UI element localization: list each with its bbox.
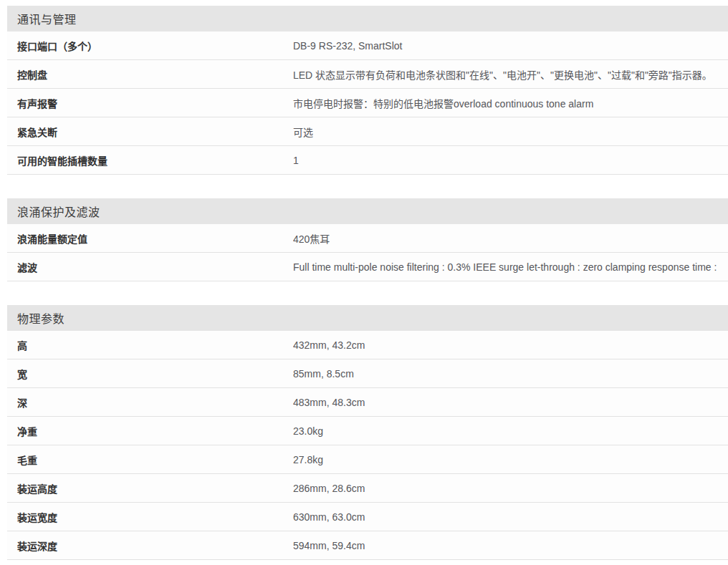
spec-table-row: 装运宽度 630mm, 63.0cm bbox=[7, 503, 728, 531]
spec-row-label: 毛重 bbox=[7, 453, 293, 467]
spec-row-value: 630mm, 63.0cm bbox=[293, 511, 728, 523]
spec-row-value: Full time multi-pole noise filtering : 0… bbox=[293, 261, 728, 273]
spec-row-value: 483mm, 48.3cm bbox=[293, 397, 728, 408]
spec-row-value: 420焦耳 bbox=[293, 231, 728, 246]
spec-row-label: 可用的智能插槽数量 bbox=[7, 153, 293, 168]
spec-table-row: 有声报警 市电停电时报警：特别的低电池报警overload continuous… bbox=[7, 89, 728, 117]
section-header: 浪涌保护及滤波 bbox=[7, 198, 728, 224]
spec-row-label: 装运宽度 bbox=[7, 510, 293, 524]
section-header: 通讯与管理 bbox=[7, 6, 728, 32]
spec-row-value: 85mm, 8.5cm bbox=[293, 368, 728, 380]
spec-row-label: 紧急关断 bbox=[7, 125, 293, 139]
spec-row-label: 装运深度 bbox=[7, 539, 293, 553]
spec-row-value: 27.8kg bbox=[293, 454, 728, 465]
spec-table-row: 控制盘 LED 状态显示带有负荷和电池条状图和"在线"、"电池开"、"更换电池"… bbox=[7, 60, 728, 89]
spec-table-row: 深 483mm, 48.3cm bbox=[7, 388, 728, 417]
spec-table-row: 紧急关断 可选 bbox=[7, 117, 728, 146]
spec-row-value: 286mm, 28.6cm bbox=[293, 483, 728, 494]
spec-row-value: 市电停电时报警：特别的低电池报警overload continuous tone… bbox=[293, 96, 728, 110]
spec-table-row: 滤波 Full time multi-pole noise filtering … bbox=[7, 253, 728, 281]
section-title: 通讯与管理 bbox=[17, 10, 77, 27]
section-rows: 高 432mm, 43.2cm 宽 85mm, 8.5cm 深 483mm, 4… bbox=[7, 331, 728, 560]
spec-row-label: 浪涌能量额定值 bbox=[7, 231, 293, 246]
spec-table-row: 浪涌能量额定值 420焦耳 bbox=[7, 224, 728, 253]
spec-table-row: 宽 85mm, 8.5cm bbox=[7, 359, 728, 388]
spec-table-row: 净重 23.0kg bbox=[7, 417, 728, 445]
spec-row-value: 可选 bbox=[293, 125, 728, 139]
spec-row-value: 432mm, 43.2cm bbox=[293, 339, 728, 351]
spec-table-row: 接口端口（多个） DB-9 RS-232, SmartSlot bbox=[7, 32, 728, 60]
spec-row-value: 594mm, 59.4cm bbox=[293, 540, 728, 551]
spec-row-label: 深 bbox=[7, 395, 293, 410]
section-title: 物理参数 bbox=[17, 309, 64, 327]
section-rows: 浪涌能量额定值 420焦耳 滤波 Full time multi-pole no… bbox=[7, 224, 728, 281]
spec-row-label: 控制盘 bbox=[7, 67, 293, 82]
spec-section: 通讯与管理 接口端口（多个） DB-9 RS-232, SmartSlot 控制… bbox=[7, 6, 728, 175]
spec-page: 通讯与管理 接口端口（多个） DB-9 RS-232, SmartSlot 控制… bbox=[0, 0, 728, 565]
section-rows: 接口端口（多个） DB-9 RS-232, SmartSlot 控制盘 LED … bbox=[7, 32, 728, 175]
spec-row-value: LED 状态显示带有负荷和电池条状图和"在线"、"电池开"、"更换电池"、"过载… bbox=[293, 67, 728, 82]
spec-row-value: DB-9 RS-232, SmartSlot bbox=[293, 40, 728, 52]
spec-section: 浪涌保护及滤波 浪涌能量额定值 420焦耳 滤波 Full time multi… bbox=[7, 198, 728, 281]
spec-table-row: 装运深度 594mm, 59.4cm bbox=[7, 531, 728, 560]
spec-table-row: 高 432mm, 43.2cm bbox=[7, 331, 728, 359]
spec-row-label: 净重 bbox=[7, 424, 293, 438]
spec-row-value: 23.0kg bbox=[293, 425, 728, 437]
section-title: 浪涌保护及滤波 bbox=[17, 203, 100, 220]
spec-row-label: 滤波 bbox=[7, 260, 293, 274]
spec-row-value: 1 bbox=[293, 155, 728, 166]
spec-table-row: 装运高度 286mm, 28.6cm bbox=[7, 474, 728, 503]
spec-row-label: 有声报警 bbox=[7, 96, 293, 110]
spec-section: 物理参数 高 432mm, 43.2cm 宽 85mm, 8.5cm 深 483… bbox=[7, 305, 728, 560]
spec-row-label: 装运高度 bbox=[7, 481, 293, 496]
spec-table-row: 毛重 27.8kg bbox=[7, 445, 728, 474]
spec-table-row: 可用的智能插槽数量 1 bbox=[7, 146, 728, 175]
spec-row-label: 宽 bbox=[7, 367, 293, 381]
section-header: 物理参数 bbox=[7, 305, 728, 331]
spec-row-label: 接口端口（多个） bbox=[7, 39, 293, 53]
spec-row-label: 高 bbox=[7, 338, 293, 352]
